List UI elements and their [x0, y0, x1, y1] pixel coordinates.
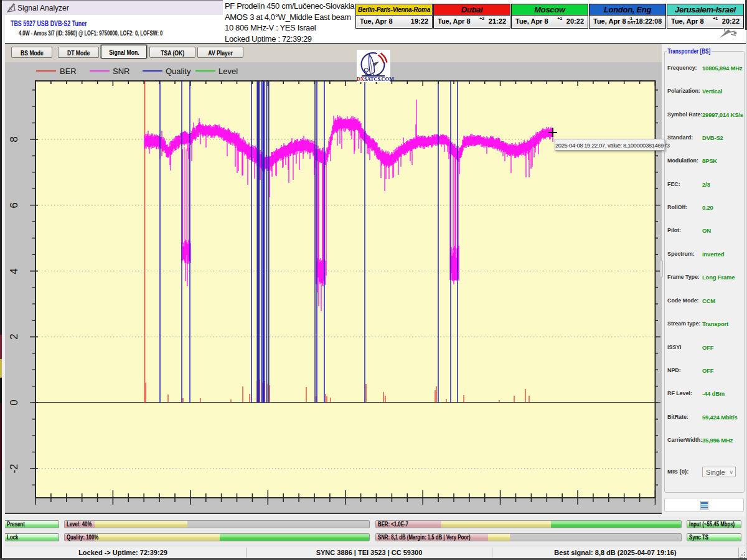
svg-text:Quality: Quality	[166, 67, 191, 76]
svg-text:2: 2	[8, 334, 20, 339]
svg-text:8: 8	[8, 136, 20, 142]
svg-text:BER: BER	[60, 67, 77, 76]
svg-text:Level: Level	[218, 67, 238, 76]
svg-text:0: 0	[8, 399, 20, 405]
svg-text:SNR: SNR	[113, 67, 129, 76]
svg-text:6: 6	[8, 202, 20, 208]
svg-text:4: 4	[8, 268, 20, 274]
svg-text:-2: -2	[8, 464, 20, 473]
